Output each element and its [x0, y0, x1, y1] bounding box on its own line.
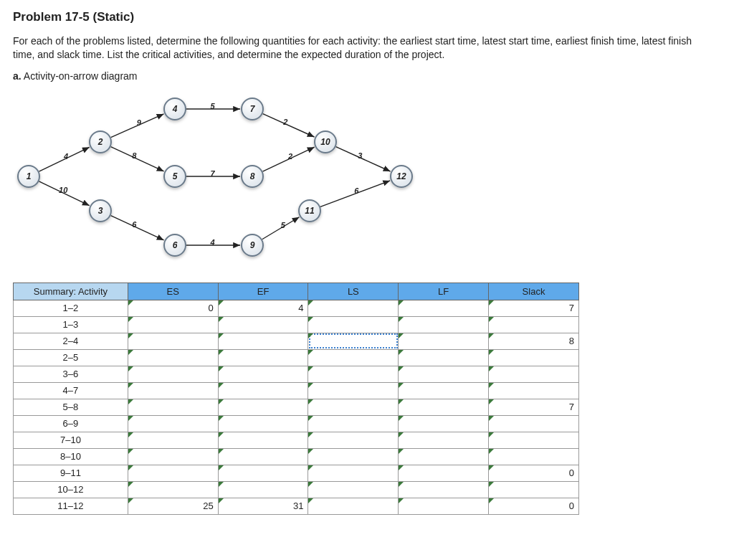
- cell-lf[interactable]: [399, 481, 489, 498]
- cell-lf[interactable]: [399, 465, 489, 481]
- cell-lf[interactable]: [399, 382, 489, 399]
- cell-ls[interactable]: [308, 366, 399, 382]
- cell-es[interactable]: [128, 432, 218, 448]
- cell-slack[interactable]: [488, 432, 578, 448]
- cell-slack[interactable]: [488, 481, 578, 498]
- cell-es[interactable]: [128, 399, 218, 415]
- cell-ls[interactable]: [308, 349, 399, 366]
- activity-label: 5–8: [14, 399, 128, 415]
- cell-es[interactable]: [128, 333, 218, 349]
- cell-es[interactable]: [128, 415, 218, 432]
- cell-lf[interactable]: [399, 366, 489, 382]
- cell-ls[interactable]: [308, 316, 399, 333]
- cell-lf[interactable]: [399, 300, 489, 316]
- cell-ef[interactable]: [218, 333, 308, 349]
- cell-es[interactable]: [128, 465, 218, 481]
- edge-weight-10-12: 3: [358, 151, 362, 160]
- col-header: EF: [218, 283, 308, 300]
- cell-ef[interactable]: [218, 399, 308, 415]
- cell-es[interactable]: 25: [128, 498, 218, 514]
- cell-ef[interactable]: [218, 432, 308, 448]
- cell-ls[interactable]: [308, 415, 399, 432]
- cell-ls[interactable]: [308, 300, 399, 316]
- table-row: 5–87: [14, 399, 579, 415]
- table-row: 9–110: [14, 465, 579, 481]
- table-row: 2–48: [14, 333, 579, 349]
- table-row: 1–3: [14, 316, 579, 333]
- cell-slack[interactable]: 8: [488, 333, 578, 349]
- col-header: ES: [128, 283, 218, 300]
- cell-ef[interactable]: [218, 465, 308, 481]
- cell-slack[interactable]: [488, 349, 578, 366]
- table-row: 7–10: [14, 432, 579, 448]
- diagram-node-8: 8: [241, 165, 264, 188]
- cell-es[interactable]: [128, 448, 218, 465]
- cell-ls[interactable]: [308, 481, 399, 498]
- cell-ls[interactable]: [308, 382, 399, 399]
- activity-label: 8–10: [14, 448, 128, 465]
- edge-weight-2-4: 9: [137, 118, 141, 127]
- cell-slack[interactable]: [488, 382, 578, 399]
- cell-es[interactable]: [128, 481, 218, 498]
- page-title: Problem 17-5 (Static): [13, 10, 721, 24]
- edge-weight-1-2: 4: [64, 152, 68, 161]
- svg-line-3: [111, 146, 164, 171]
- activity-label: 6–9: [14, 415, 128, 432]
- col-header: LF: [399, 283, 489, 300]
- col-header: Summary: Activity: [14, 283, 128, 300]
- cell-ef[interactable]: 4: [218, 300, 308, 316]
- cell-ls[interactable]: [308, 498, 399, 514]
- activity-label: 2–5: [14, 349, 128, 366]
- cell-ls[interactable]: [308, 465, 399, 481]
- cell-lf[interactable]: [399, 432, 489, 448]
- cell-ls[interactable]: [308, 333, 399, 349]
- subheading-prefix: a.: [13, 70, 22, 82]
- col-header: LS: [308, 283, 399, 300]
- cell-ls[interactable]: [308, 432, 399, 448]
- cell-ef[interactable]: 31: [218, 498, 308, 514]
- cell-lf[interactable]: [399, 498, 489, 514]
- cell-es[interactable]: [128, 382, 218, 399]
- cell-lf[interactable]: [399, 399, 489, 415]
- table-row: 8–10: [14, 448, 579, 465]
- cell-lf[interactable]: [399, 448, 489, 465]
- table-row: 2–5: [14, 349, 579, 366]
- cell-es[interactable]: [128, 366, 218, 382]
- cell-ef[interactable]: [218, 382, 308, 399]
- diagram-node-11: 11: [298, 199, 321, 222]
- cell-ef[interactable]: [218, 366, 308, 382]
- activity-label: 10–12: [14, 481, 128, 498]
- cell-es[interactable]: [128, 316, 218, 333]
- cell-ls[interactable]: [308, 399, 399, 415]
- subheading-text: Activity-on-arrow diagram: [22, 70, 138, 82]
- cell-lf[interactable]: [399, 333, 489, 349]
- edge-weight-7-10: 2: [283, 118, 287, 126]
- diagram-node-2: 2: [89, 130, 112, 153]
- cell-slack[interactable]: [488, 448, 578, 465]
- activity-label: 4–7: [14, 382, 128, 399]
- cell-slack[interactable]: [488, 316, 578, 333]
- cell-ef[interactable]: [218, 481, 308, 498]
- cell-ef[interactable]: [218, 415, 308, 432]
- cell-es[interactable]: [128, 349, 218, 366]
- cell-slack[interactable]: 0: [488, 498, 578, 514]
- edge-weight-9-11: 5: [281, 221, 285, 229]
- cell-ef[interactable]: [218, 448, 308, 465]
- cell-lf[interactable]: [399, 415, 489, 432]
- cell-slack[interactable]: 7: [488, 300, 578, 316]
- cell-lf[interactable]: [399, 349, 489, 366]
- cell-slack[interactable]: 7: [488, 399, 578, 415]
- table-row: 10–12: [14, 481, 579, 498]
- cell-es[interactable]: 0: [128, 300, 218, 316]
- cell-ef[interactable]: [218, 349, 308, 366]
- svg-line-11: [336, 146, 391, 171]
- cell-ls[interactable]: [308, 448, 399, 465]
- cell-slack[interactable]: [488, 415, 578, 432]
- activity-label: 7–10: [14, 432, 128, 448]
- cell-lf[interactable]: [399, 316, 489, 333]
- table-row: 4–7: [14, 382, 579, 399]
- cell-slack[interactable]: 0: [488, 465, 578, 481]
- svg-line-8: [263, 113, 315, 136]
- cell-ef[interactable]: [218, 316, 308, 333]
- cell-slack[interactable]: [488, 366, 578, 382]
